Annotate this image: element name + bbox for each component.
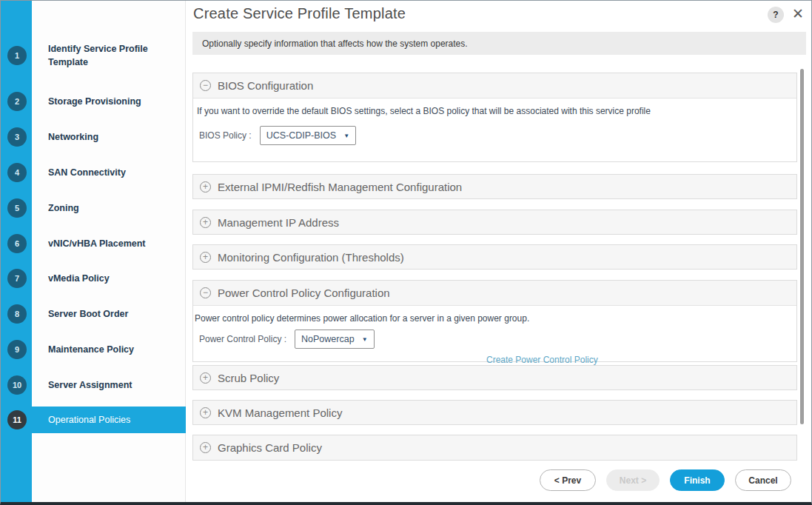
finish-button[interactable]: Finish [670,469,725,491]
section-header-graphics[interactable]: + Graphics Card Policy [193,435,796,460]
chevron-down-icon: ▼ [343,133,349,139]
expand-icon[interactable]: + [200,407,211,418]
section-header-power-control[interactable]: − Power Control Policy Configuration [193,281,796,305]
sidebar-item-vmedia-policy[interactable]: 7 vMedia Policy [1,265,186,292]
bios-policy-dropdown[interactable]: UCS-CDIP-BIOS ▼ [260,126,356,145]
section-title: Power Control Policy Configuration [218,287,390,299]
section-scrub-policy: + Scrub Policy [192,365,797,390]
step-label: vNIC/vHBA Placement [48,237,175,250]
sidebar-item-maintenance-policy[interactable]: 9 Maintenance Policy [1,336,186,363]
sidebar-item-identify-template[interactable]: 1 Identify Service Profile Template [1,42,186,69]
bios-description: If you want to override the default BIOS… [193,98,796,116]
section-header-external-ipmi[interactable]: + External IPMI/Redfish Management Confi… [193,175,796,198]
sidebar-item-vnic-vhba-placement[interactable]: 6 vNIC/vHBA Placement [1,230,186,257]
prev-button[interactable]: < Prev [540,469,596,491]
step-label: SAN Connectivity [48,166,175,179]
bios-policy-value: UCS-CDIP-BIOS [266,130,336,141]
wizard-footer: < Prev Next > Finish Cancel [540,469,791,491]
step-number-badge: 9 [7,340,27,359]
section-header-bios[interactable]: − BIOS Configuration [193,73,796,98]
section-header-scrub[interactable]: + Scrub Policy [193,366,796,389]
expand-icon[interactable]: + [200,217,211,228]
step-label: Identify Service Profile Template [48,42,175,69]
section-title: Scrub Policy [218,372,279,384]
sidebar-item-server-boot-order[interactable]: 8 Server Boot Order [1,301,186,327]
step-label: Networking [48,130,175,144]
section-title: Management IP Address [218,216,339,229]
section-title: BIOS Configuration [218,79,313,92]
step-label: vMedia Policy [48,272,175,285]
sidebar-item-server-assignment[interactable]: 10 Server Assignment [1,372,186,398]
sidebar-item-networking[interactable]: 3 Networking [1,124,186,150]
vertical-scrollbar[interactable] [800,69,804,424]
section-header-management-ip[interactable]: + Management IP Address [193,210,796,234]
step-number-badge: 4 [7,163,27,182]
section-title: Monitoring Configuration (Thresholds) [218,251,404,264]
step-number-badge: 3 [7,127,27,147]
step-number-badge: 2 [7,92,27,111]
section-graphics-card-policy: + Graphics Card Policy [192,435,797,461]
create-power-control-policy-link[interactable]: Create Power Control Policy [486,355,598,365]
step-label: Maintenance Policy [48,343,175,356]
expand-icon[interactable]: + [200,181,211,193]
cancel-button[interactable]: Cancel [735,469,791,491]
create-service-profile-template-dialog: 1 Identify Service Profile Template 2 St… [0,0,812,505]
chevron-down-icon: ▼ [362,336,368,343]
expand-icon[interactable]: + [200,372,211,384]
power-policy-dropdown[interactable]: NoPowercap ▼ [295,330,375,349]
section-power-control-policy: − Power Control Policy Configuration Pow… [192,280,797,362]
close-icon[interactable]: ✕ [789,4,807,22]
step-number-badge: 11 [7,410,27,429]
expand-icon[interactable]: + [200,442,211,453]
step-label: Storage Provisioning [48,95,175,108]
step-number-badge: 1 [7,46,27,65]
section-bios-configuration: − BIOS Configuration If you want to over… [192,73,797,162]
section-header-monitoring[interactable]: + Monitoring Configuration (Thresholds) [193,245,796,269]
step-number-badge: 10 [7,375,27,395]
step-label: Server Boot Order [48,307,175,321]
power-policy-label: Power Control Policy : [199,334,286,344]
step-description-text: Optionally specify information that affe… [202,39,468,49]
section-management-ip: + Management IP Address [192,210,797,235]
section-header-kvm[interactable]: + KVM Management Policy [193,401,796,424]
step-number-badge: 8 [7,304,27,324]
next-button[interactable]: Next > [606,469,660,491]
section-external-ipmi: + External IPMI/Redfish Management Confi… [192,174,797,199]
sidebar-item-operational-policies[interactable]: 11 Operational Policies [1,407,186,433]
section-body-power-control: Power control policy determines power al… [193,305,796,361]
section-title: Graphics Card Policy [218,441,322,454]
section-monitoring-configuration: + Monitoring Configuration (Thresholds) [192,244,797,270]
bios-policy-label: BIOS Policy : [199,130,252,141]
step-number-badge: 5 [7,198,27,218]
section-body-bios: If you want to override the default BIOS… [193,98,796,162]
section-title: KVM Management Policy [218,407,342,419]
sidebar-item-zoning[interactable]: 5 Zoning [1,195,186,221]
step-number-badge: 7 [7,269,27,288]
step-label: Operational Policies [48,413,175,427]
power-policy-description: Power control policy determines power al… [193,306,796,324]
collapse-icon[interactable]: − [200,287,211,298]
page-title: Create Service Profile Template [193,5,406,22]
step-label: Zoning [48,201,175,215]
step-label: Server Assignment [48,378,175,392]
help-icon[interactable]: ? [768,7,784,23]
sidebar-item-storage-provisioning[interactable]: 2 Storage Provisioning [1,88,186,115]
power-policy-value: NoPowercap [301,334,355,344]
collapse-icon[interactable]: − [200,80,211,91]
step-description-banner: Optionally specify information that affe… [192,32,806,55]
sidebar-item-san-connectivity[interactable]: 4 SAN Connectivity [1,159,186,186]
section-kvm-management-policy: + KVM Management Policy [192,400,797,425]
step-number-badge: 6 [7,234,27,253]
section-title: External IPMI/Redfish Management Configu… [218,181,462,193]
wizard-content-pane: Create Service Profile Template ? ✕ Opti… [186,1,812,502]
expand-icon[interactable]: + [200,252,211,263]
